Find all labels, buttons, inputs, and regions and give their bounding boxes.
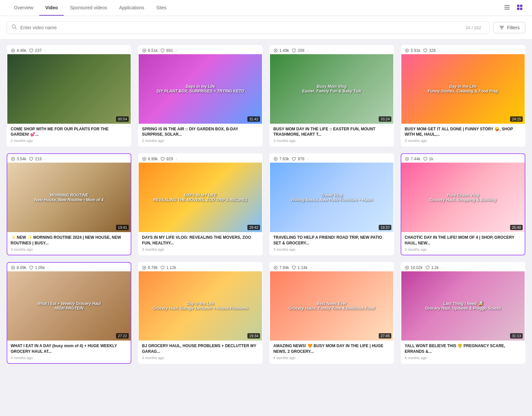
video-date-9: 4 months ago xyxy=(11,356,127,360)
video-card-5[interactable]: 3.54k 219 - MORNING ROUTINE New House, N… xyxy=(7,153,131,255)
duration-badge-2: 31:42 xyxy=(247,116,260,122)
video-date-3: 3 months ago xyxy=(273,139,390,143)
top-nav: Overview Video Sponsored videos Applicat… xyxy=(0,0,532,16)
filter-button[interactable]: Filters xyxy=(493,22,525,33)
video-date-7: 3 months ago xyxy=(273,247,390,251)
video-info-6: DAYS IN MY LIFE VLOG: REVEALING THE MOVE… xyxy=(139,232,262,255)
video-meta-1: 4.46k 237 - xyxy=(7,46,131,54)
duration-badge-1: 00:54 xyxy=(116,116,129,122)
video-card-4[interactable]: 5.91k 326 - Day in the Life Funny Storie… xyxy=(401,45,525,147)
tab-applications[interactable]: Applications xyxy=(113,0,150,16)
likes-5: 219 xyxy=(29,157,42,161)
video-title-7: TRAVELING TO HELP A FRIEND! ROAD TRIP, N… xyxy=(273,235,390,246)
likes-2: 891 xyxy=(160,48,173,53)
search-count: 24 / 162 xyxy=(466,25,484,30)
svg-rect-2 xyxy=(504,9,510,10)
svg-point-27 xyxy=(406,158,408,160)
thumbnail-bg-8: Pure Chaos Vlog Grocery Haul, Shopping &… xyxy=(401,163,525,232)
svg-point-17 xyxy=(275,50,276,51)
views-12: 10.02k xyxy=(405,265,423,270)
svg-rect-5 xyxy=(517,8,519,10)
view-toggle xyxy=(503,3,524,13)
views-10: 8.78k xyxy=(142,265,158,270)
likes-8: 1k xyxy=(423,157,433,161)
thumbnail-9: What I Eat + Weekly Grocery Haul HIGH PR… xyxy=(7,271,131,341)
thumbnail-2: Days in my Life DIY PLANT BOX, SURPRISES… xyxy=(139,54,262,124)
thumbnail-bg-2: Days in my Life DIY PLANT BOX, SURPRISES… xyxy=(139,54,262,124)
search-input[interactable] xyxy=(20,25,462,30)
svg-point-25 xyxy=(275,158,276,160)
video-date-1: 2 months ago xyxy=(11,139,127,143)
thumbnail-bg-11: Best News Ever Grocery Hauls, Family Tim… xyxy=(270,271,393,341)
svg-point-21 xyxy=(12,158,14,160)
duration-badge-6: 29:42 xyxy=(247,225,260,230)
thumbnail-bg-4: Day in the Life Funny Stories, Cleaning … xyxy=(401,54,525,124)
tab-sponsored-videos[interactable]: Sponsored videos xyxy=(64,0,113,16)
video-title-4: BUSY MOM GET IT ALL DONE | FUNNY STORY 🤪… xyxy=(405,126,521,138)
video-card-6[interactable]: 6.99k 929 - DAYS IN MY LIFE REVEALING TH… xyxy=(138,153,263,255)
thumbnail-bg-6: DAYS IN MY LIFE REVEALING THE MOVERS, ZO… xyxy=(139,163,262,232)
tab-video[interactable]: Video xyxy=(39,0,64,16)
video-date-5: 3 months ago xyxy=(11,247,127,251)
video-meta-9: 8.09k 1.05k - xyxy=(7,263,131,271)
svg-point-33 xyxy=(275,267,276,268)
svg-point-7 xyxy=(12,25,16,28)
likes-12: 1.2k xyxy=(425,265,439,270)
duration-badge-7: 19:37 xyxy=(379,225,391,230)
duration-badge-10: 19:34 xyxy=(247,333,260,339)
nav-tabs: Overview Video Sponsored videos Applicat… xyxy=(8,0,173,16)
video-info-12: YALL WONT BELIEVE THIS 😤 PREGNANCY SCARE… xyxy=(401,341,525,363)
video-card-2[interactable]: 6.51k 891 - Days in my Life DIY PLANT BO… xyxy=(138,45,263,147)
thumbnail-7: Travel Vlog Visiting Becka, New Patio Fu… xyxy=(270,163,393,232)
likes-10: 1.12k xyxy=(160,265,176,270)
svg-point-31 xyxy=(144,267,145,268)
likes-7: 978 xyxy=(292,157,304,161)
video-date-8: 3 months ago xyxy=(405,247,521,251)
duration-badge-9: 27:22 xyxy=(116,333,129,339)
video-title-10: BJ GROCERY HAUL, HOUSE PROBLEMS + DECLUT… xyxy=(142,343,259,354)
grid-view-icon[interactable] xyxy=(515,3,524,13)
duration-badge-12: 31:13 xyxy=(510,333,523,339)
thumbnail-3: Busy Mom Vlog Easter, Family Fun & Baby … xyxy=(270,54,393,124)
video-title-5: ✨ NEW ✨ MORNING ROUTINE 2024 | NEW HOUSE… xyxy=(11,235,127,246)
likes-4: 326 xyxy=(423,48,436,53)
video-card-12[interactable]: 10.02k 1.2k - Last Thing I Need 🤯 Grocer… xyxy=(401,262,525,364)
search-bar: 24 / 162 Filters xyxy=(0,16,532,40)
video-info-8: CHAOTIC DAY IN THE LIFE! MOM OF 4 | SHOP… xyxy=(401,232,525,255)
thumbnail-4: Day in the Life Funny Stories, Cleaning … xyxy=(401,54,525,124)
duration-badge-8: 25:40 xyxy=(510,225,523,230)
svg-point-13 xyxy=(12,50,14,51)
thumbnail-bg-10: Day in the Life Grocery Haul, Garage Dec… xyxy=(139,271,262,341)
svg-point-35 xyxy=(406,267,408,268)
views-2: 6.51k xyxy=(142,48,158,53)
thumbnail-5: MORNING ROUTINE New House, New Routine •… xyxy=(7,163,131,232)
thumbnail-12: Last Thing I Need 🤯 Grocery Haul, Update… xyxy=(401,271,525,341)
svg-rect-4 xyxy=(520,5,522,7)
video-card-8[interactable]: 7.44k 1k - Pure Chaos Vlog Grocery Haul,… xyxy=(401,153,525,255)
svg-point-15 xyxy=(144,50,145,51)
video-date-6: 3 months ago xyxy=(142,247,259,251)
video-meta-3: 1.49k 208 - xyxy=(270,46,393,54)
video-grid: 4.46k 237 - 00:54 COME SHOP WITH ME FOR … xyxy=(0,40,532,369)
video-card-7[interactable]: 7.63k 978 - Travel Vlog Visiting Becka, … xyxy=(269,153,394,255)
video-card-1[interactable]: 4.46k 237 - 00:54 COME SHOP WITH ME FOR … xyxy=(7,45,131,147)
video-title-6: DAYS IN MY LIFE VLOG: REVEALING THE MOVE… xyxy=(142,235,259,246)
video-info-10: BJ GROCERY HAUL, HOUSE PROBLEMS + DECLUT… xyxy=(139,341,262,363)
tab-overview[interactable]: Overview xyxy=(8,0,39,16)
video-title-12: YALL WONT BELIEVE THIS 😤 PREGNANCY SCARE… xyxy=(405,343,521,354)
likes-9: 1.05k xyxy=(29,265,45,270)
video-card-11[interactable]: 7.94k 1.14k - Best News Ever Grocery Hau… xyxy=(269,262,394,364)
thumbnail-10: Day in the Life Grocery Haul, Garage Dec… xyxy=(139,271,262,341)
svg-point-29 xyxy=(12,267,14,268)
video-title-1: COME SHOP WITH ME FOR OUR PLANTS FOR THE… xyxy=(11,126,127,138)
video-card-10[interactable]: 8.78k 1.12k - Day in the Life Grocery Ha… xyxy=(138,262,263,364)
list-view-icon[interactable] xyxy=(503,3,511,13)
video-meta-2: 6.51k 891 - xyxy=(139,46,262,54)
video-card-9[interactable]: 8.09k 1.05k - What I Eat + Weekly Grocer… xyxy=(7,262,131,364)
video-info-4: BUSY MOM GET IT ALL DONE | FUNNY STORY 🤪… xyxy=(401,124,525,146)
thumbnail-bg-9: What I Eat + Weekly Grocery Haul HIGH PR… xyxy=(7,271,131,341)
tab-sites[interactable]: Sites xyxy=(150,0,173,16)
video-title-3: BUSY MOM DAY IN THE LIFE :: EASTER FUN, … xyxy=(273,126,390,138)
thumbnail-6: DAYS IN MY LIFE REVEALING THE MOVERS, ZO… xyxy=(139,163,262,232)
video-card-3[interactable]: 1.49k 208 - Busy Mom Vlog Easter, Family… xyxy=(269,45,394,147)
